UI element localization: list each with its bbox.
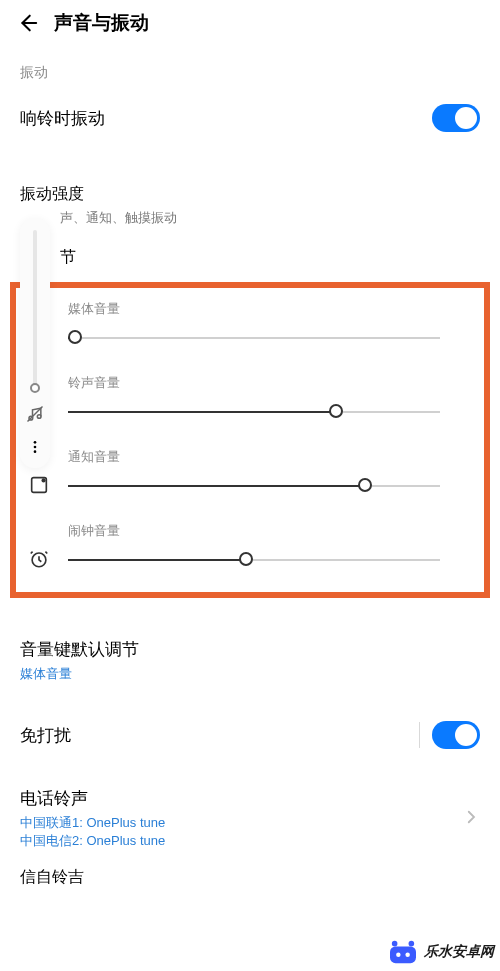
- row-label: 信自铃吉: [20, 867, 480, 888]
- svg-rect-10: [390, 946, 416, 963]
- divider: [419, 722, 420, 748]
- watermark-text: 乐水安卓网: [424, 943, 494, 961]
- header: 声音与振动: [0, 0, 500, 50]
- svg-point-5: [34, 446, 37, 449]
- svg-point-2: [37, 415, 41, 419]
- row-value: 媒体音量: [20, 665, 72, 683]
- svg-point-11: [396, 953, 400, 957]
- svg-point-13: [392, 941, 398, 947]
- slider-row-notif: 通知音量: [68, 448, 472, 494]
- slider-alarm[interactable]: [68, 552, 440, 568]
- row-sub1: 中国联通1: OnePlus tune: [20, 814, 165, 832]
- vib-strength-label: 振动强度: [20, 184, 480, 205]
- notification-icon: [28, 474, 50, 496]
- row-label: 音量键默认调节: [20, 638, 139, 661]
- svg-point-4: [34, 441, 37, 444]
- toggle-dnd[interactable]: [432, 721, 480, 749]
- toggle-vibrate-on-ring[interactable]: [432, 104, 480, 132]
- back-arrow-icon[interactable]: [16, 12, 38, 34]
- row-dnd[interactable]: 免打扰: [0, 701, 500, 769]
- floating-volume-bar[interactable]: [20, 218, 50, 468]
- slider-label: 铃声音量: [68, 374, 472, 392]
- slider-row-ring: 铃声音量: [68, 374, 472, 420]
- slider-notif[interactable]: [68, 478, 440, 494]
- row-vibration-strength[interactable]: 振动强度 声、通知、触摸振动: [0, 174, 500, 227]
- row-label: 电话铃声: [20, 787, 165, 810]
- vol-adjust-label: 节: [60, 247, 480, 268]
- slider-row-alarm: 闹钟音量: [68, 522, 472, 568]
- slider-label: 闹钟音量: [68, 522, 472, 540]
- row-volume-adjust: 节: [0, 227, 500, 274]
- section-label-vibrate: 振动: [0, 50, 500, 90]
- svg-point-6: [34, 450, 37, 453]
- watermark: 乐水安卓网: [388, 939, 494, 965]
- row-sub2: 中国电信2: OnePlus tune: [20, 832, 165, 850]
- row-phone-ringtone[interactable]: 电话铃声 中国联通1: OnePlus tune 中国电信2: OnePlus …: [0, 769, 500, 860]
- alarm-clock-icon: [28, 548, 50, 570]
- svg-point-12: [405, 953, 409, 957]
- row-label: 响铃时振动: [20, 107, 105, 130]
- watermark-logo-icon: [388, 939, 418, 965]
- slider-label: 媒体音量: [68, 300, 472, 318]
- slider-ring[interactable]: [68, 404, 440, 420]
- volume-panel-highlight: 媒体音量 铃声音量 通知音量: [10, 282, 490, 598]
- svg-point-8: [41, 478, 45, 482]
- slider-media[interactable]: [68, 330, 440, 346]
- svg-point-14: [409, 941, 415, 947]
- chevron-right-icon: [462, 806, 480, 832]
- page-title: 声音与振动: [54, 10, 149, 36]
- row-label: 免打扰: [20, 724, 71, 747]
- float-slider[interactable]: [33, 230, 37, 388]
- music-mute-icon[interactable]: [25, 404, 45, 424]
- kebab-icon[interactable]: [26, 438, 44, 456]
- row-message-ringtone[interactable]: 信自铃吉: [0, 861, 500, 888]
- row-vol-key-default[interactable]: 音量键默认调节 媒体音量: [0, 616, 500, 701]
- vib-strength-sub: 声、通知、触摸振动: [60, 209, 480, 227]
- row-vibrate-on-ring[interactable]: 响铃时振动: [0, 90, 500, 146]
- slider-row-media: 媒体音量: [68, 300, 472, 346]
- slider-label: 通知音量: [68, 448, 472, 466]
